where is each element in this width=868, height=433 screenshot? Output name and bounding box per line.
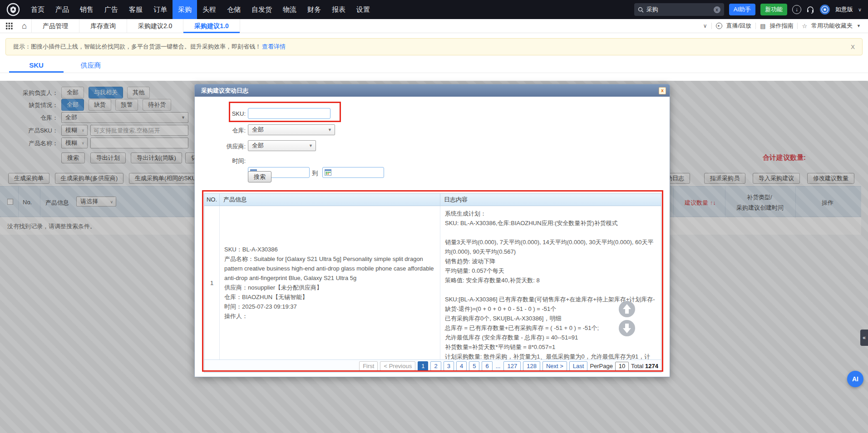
page-number-button[interactable]: 128 — [523, 361, 540, 371]
total-count: Total 1274 — [631, 363, 658, 369]
page-first-button[interactable]: First — [359, 361, 378, 371]
tab-product-management[interactable]: 产品管理 — [31, 19, 79, 33]
page-number-button[interactable]: 127 — [503, 361, 521, 371]
avatar[interactable] — [819, 4, 830, 15]
guide-icon: ▤ — [760, 23, 765, 30]
notice-text: 提示：图搜小插件已上线，智能比价找同款，多平台货源一键整合。提升采购效率，即刻省… — [13, 43, 261, 51]
tab-toolbar: ⌂ 产品管理 库存查询 采购建议2.0 采购建议1.0 ∨ ▸ 直播/回放 ▤ … — [0, 19, 868, 33]
topnav-right: 采购 x AI助手 新功能 ↓ 如意版 ∨ — [634, 3, 868, 16]
download-icon[interactable]: ↓ — [792, 5, 801, 14]
page-number-button[interactable]: 2 — [430, 361, 441, 371]
log-row-no: 1 — [204, 206, 220, 359]
nav-item-purchase[interactable]: 采购 — [173, 0, 197, 19]
favorites-link[interactable]: 常用功能收藏夹 — [811, 22, 853, 30]
page-number-button[interactable]: 6 — [482, 361, 492, 371]
caret-down-icon[interactable]: ▼ — [857, 24, 861, 28]
scroll-down-icon[interactable] — [618, 320, 636, 337]
perpage-label: PerPage — [590, 363, 613, 369]
log-col-product: 产品信息 — [220, 194, 440, 206]
nav-item-firstleg[interactable]: 头程 — [197, 0, 222, 19]
modal-date-to-label: 到 — [311, 169, 320, 177]
calendar-icon[interactable] — [325, 169, 331, 176]
log-table-header: NO. 产品信息 日志内容 — [204, 194, 661, 206]
modal-header: 采购建议变动日志 x — [195, 84, 670, 97]
nav-item-ads[interactable]: 广告 — [99, 0, 123, 19]
ai-fab-button[interactable]: AI — [847, 371, 863, 387]
modal-date-to-input[interactable] — [322, 167, 384, 178]
log-table: NO. 产品信息 日志内容 1 SKU：BL-A-X30386 产品名称：Sui… — [204, 193, 661, 373]
modal-close-icon[interactable]: x — [659, 87, 666, 94]
top-navbar: 首页 产品 销售 广告 客服 订单 采购 头程 仓储 自发货 物流 财务 报表 … — [0, 0, 868, 19]
divider — [797, 23, 798, 29]
modal-warehouse-label: 仓库: — [195, 127, 246, 135]
divider — [755, 23, 756, 29]
guide-link[interactable]: 操作指南 — [769, 22, 793, 30]
modal-supplier-select[interactable]: 全部▼ — [248, 140, 316, 151]
live-replay-icon: ▸ — [716, 23, 722, 29]
modal-title: 采购建议变动日志 — [201, 87, 248, 95]
nav-item-reports[interactable]: 报表 — [326, 0, 351, 19]
apps-grid-icon[interactable] — [6, 23, 13, 30]
caret-down-icon: ▼ — [309, 141, 313, 151]
scroll-up-icon[interactable] — [618, 300, 636, 318]
workspace-tabs: 产品管理 库存查询 采购建议2.0 采购建议1.0 — [31, 19, 240, 33]
tab-purchase-suggestion-1[interactable]: 采购建议1.0 — [183, 19, 240, 33]
divider — [711, 23, 712, 29]
modal-search-button[interactable]: 搜索 — [248, 171, 271, 182]
page-ellipsis: ... — [495, 363, 502, 369]
caret-down-icon: ▼ — [328, 125, 332, 135]
collapse-panel-handle[interactable]: « — [860, 330, 868, 346]
modal-warehouse-select[interactable]: 全部▼ — [248, 124, 335, 135]
ai-assistant-button[interactable]: AI助手 — [729, 4, 755, 15]
nav-item-orders[interactable]: 订单 — [148, 0, 173, 19]
search-icon — [638, 7, 644, 13]
log-row-product-info: SKU：BL-A-X30386 产品名称：Suitable for [Galax… — [220, 206, 440, 359]
pagination-bar: First < Previous 1 2 3 4 5 6 ... 127 128… — [204, 359, 661, 372]
nav-item-finance[interactable]: 财务 — [302, 0, 326, 19]
nav-item-settings[interactable]: 设置 — [351, 0, 375, 19]
notice-detail-link[interactable]: 查看详情 — [262, 43, 286, 51]
page-header-zone: 提示：图搜小插件已上线，智能比价找同款，多平台货源一键整合。提升采购效率，即刻省… — [0, 33, 868, 81]
page-number-button[interactable]: 1 — [418, 361, 428, 371]
page-number-button[interactable]: 3 — [444, 361, 454, 371]
search-clear-icon[interactable]: x — [714, 6, 720, 13]
chevron-down-icon[interactable]: ∨ — [858, 7, 862, 13]
toolbar-right: ∨ ▸ 直播/回放 ▤ 操作指南 ☆ 常用功能收藏夹 ▼ — [703, 22, 868, 30]
nav-item-service[interactable]: 客服 — [123, 0, 148, 19]
home-icon[interactable]: ⌂ — [22, 19, 27, 33]
main-menu: 首页 产品 销售 广告 客服 订单 采购 头程 仓储 自发货 物流 财务 报表 … — [25, 0, 375, 19]
page-last-button[interactable]: Last — [569, 361, 588, 371]
star-icon: ☆ — [802, 23, 807, 30]
log-table-row: 1 SKU：BL-A-X30386 产品名称：Suitable for [Gal… — [204, 206, 661, 359]
tab-inventory-query[interactable]: 库存查询 — [79, 19, 127, 33]
nav-item-sales[interactable]: 销售 — [74, 0, 99, 19]
app-logo-icon — [6, 3, 20, 16]
tab-sku[interactable]: SKU — [9, 61, 64, 69]
perpage-input[interactable] — [615, 362, 629, 371]
nav-item-home[interactable]: 首页 — [25, 0, 50, 19]
headset-icon[interactable] — [806, 5, 814, 14]
search-value: 采购 — [646, 5, 711, 14]
new-feature-button[interactable]: 新功能 — [760, 4, 787, 15]
modal-time-label: 时间: — [195, 157, 246, 165]
page-next-button[interactable]: Next > — [542, 361, 567, 371]
global-search-input[interactable]: 采购 x — [634, 3, 724, 16]
divider — [0, 73, 868, 73]
tab-purchase-suggestion-2[interactable]: 采购建议2.0 — [127, 19, 183, 33]
nav-item-warehouse[interactable]: 仓储 — [222, 0, 246, 19]
notice-close-icon[interactable]: X — [851, 44, 855, 50]
modal-sku-input[interactable] — [248, 108, 330, 119]
nav-item-product[interactable]: 产品 — [50, 0, 74, 19]
page-previous-button[interactable]: < Previous — [380, 361, 415, 371]
modal-sku-label: SKU: — [195, 110, 246, 117]
edition-label: 如意版 — [835, 5, 853, 14]
nav-item-logistics[interactable]: 物流 — [277, 0, 302, 19]
page-number-button[interactable]: 4 — [456, 361, 467, 371]
page-number-button[interactable]: 5 — [469, 361, 479, 371]
nav-item-selfship[interactable]: 自发货 — [246, 0, 277, 19]
live-replay-link[interactable]: 直播/回放 — [726, 22, 752, 30]
chevron-down-icon[interactable]: ∨ — [703, 23, 707, 29]
log-col-content: 日志内容 — [440, 194, 661, 206]
tab-supplier[interactable]: 供应商 — [73, 61, 109, 70]
change-log-modal: 采购建议变动日志 x SKU: 仓库: 全部▼ 供应商: 全部▼ 时间: 到 搜… — [194, 84, 670, 377]
